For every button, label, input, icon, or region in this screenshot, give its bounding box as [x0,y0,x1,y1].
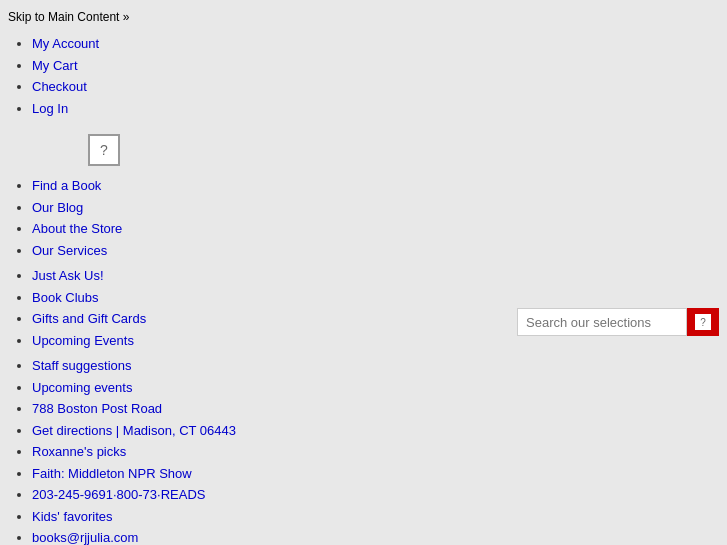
list-item: Kids' favorites [32,507,428,527]
list-item: books@rjjulia.com [32,528,428,545]
our-services-link[interactable]: Our Services [32,243,107,258]
gifts-link[interactable]: Gifts and Gift Cards [32,311,146,326]
search-input[interactable] [517,308,687,336]
kids-favorites-link[interactable]: Kids' favorites [32,509,113,524]
checkout-link[interactable]: Checkout [32,79,87,94]
email-link[interactable]: books@rjjulia.com [32,530,138,545]
find-book-link[interactable]: Find a Book [32,178,101,193]
get-directions-link[interactable]: Get directions | Madison, CT 06443 [32,423,236,438]
my-account-link[interactable]: My Account [32,36,99,51]
our-blog-link[interactable]: Our Blog [32,200,83,215]
staff-picks-nav: Staff suggestions Upcoming events 788 Bo… [8,356,428,545]
main-nav-item: Our Blog [32,198,428,218]
main-nav-item: Our Services [32,241,428,261]
list-item: Get directions | Madison, CT 06443 [32,421,428,441]
faith-show-link[interactable]: Faith: Middleton NPR Show [32,466,192,481]
book-clubs-link[interactable]: Book Clubs [32,290,98,305]
main-nav: Find a Book Our Blog About the Store Our… [8,176,428,260]
top-nav-item: Checkout [32,77,428,97]
logo-icon: ? [100,142,108,158]
services-nav-item: Gifts and Gift Cards [32,309,428,329]
top-nav: My Account My Cart Checkout Log In [8,34,428,118]
services-nav-item: Just Ask Us! [32,266,428,286]
services-nav: Just Ask Us! Book Clubs Gifts and Gift C… [8,266,428,350]
list-item: Roxanne's picks [32,442,428,462]
skip-link-anchor[interactable]: Skip to Main Content » [8,10,129,24]
top-nav-item: My Account [32,34,428,54]
skip-to-main: Skip to Main Content » [0,0,727,28]
search-icon: ? [695,314,711,330]
logo-placeholder: ? [8,126,428,174]
search-button[interactable]: ? [687,308,719,336]
address-text: 788 Boston Post Road [32,401,162,416]
phone-link[interactable]: 203-245-9691·800-73·READS [32,487,205,502]
services-nav-item: Book Clubs [32,288,428,308]
upcoming-events-link[interactable]: Upcoming Events [32,333,134,348]
search-bar: ? [517,308,719,336]
upcoming-events-link2[interactable]: Upcoming events [32,380,132,395]
my-cart-link[interactable]: My Cart [32,58,78,73]
list-item: 203-245-9691·800-73·READS [32,485,428,505]
info-section: Staff suggestions Upcoming events 788 Bo… [8,356,428,545]
top-nav-item: My Cart [32,56,428,76]
main-nav-item: Find a Book [32,176,428,196]
list-item: Staff suggestions [32,356,428,376]
top-nav-item: Log In [32,99,428,119]
login-link[interactable]: Log In [32,101,68,116]
roxannes-picks-link[interactable]: Roxanne's picks [32,444,126,459]
right-column: ? [428,28,719,545]
staff-suggestions-link[interactable]: Staff suggestions [32,358,132,373]
just-ask-link[interactable]: Just Ask Us! [32,268,104,283]
about-store-link[interactable]: About the Store [32,221,122,236]
list-item: 788 Boston Post Road [32,399,428,419]
list-item: Upcoming events [32,378,428,398]
main-nav-item: About the Store [32,219,428,239]
list-item: Faith: Middleton NPR Show [32,464,428,484]
services-nav-item: Upcoming Events [32,331,428,351]
